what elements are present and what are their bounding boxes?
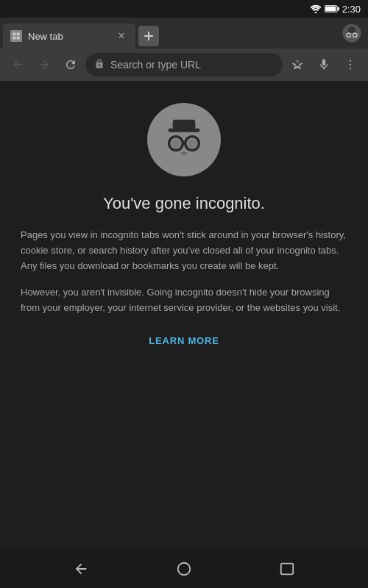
new-tab-button[interactable] bbox=[138, 26, 159, 46]
back-button[interactable] bbox=[6, 53, 29, 76]
svg-point-16 bbox=[350, 60, 351, 62]
bottom-nav bbox=[0, 550, 368, 588]
svg-rect-3 bbox=[325, 7, 336, 11]
incognito-title: You've gone incognito. bbox=[103, 194, 265, 213]
refresh-button[interactable] bbox=[59, 53, 82, 76]
svg-rect-5 bbox=[17, 33, 20, 36]
svg-point-18 bbox=[350, 68, 351, 69]
svg-point-27 bbox=[178, 563, 191, 576]
svg-rect-6 bbox=[13, 37, 16, 40]
address-bar[interactable]: Search or type URL bbox=[85, 53, 283, 76]
incognito-avatar bbox=[147, 103, 221, 176]
svg-point-26 bbox=[181, 151, 188, 155]
svg-rect-20 bbox=[173, 120, 196, 131]
system-back-button[interactable] bbox=[66, 554, 96, 584]
system-recent-button[interactable] bbox=[272, 554, 302, 584]
tab-close-button[interactable]: × bbox=[115, 29, 128, 43]
svg-rect-4 bbox=[13, 33, 16, 36]
main-content: You've gone incognito. Pages you view in… bbox=[0, 81, 368, 550]
forward-button[interactable] bbox=[32, 53, 56, 76]
address-bar-lock-icon bbox=[94, 59, 105, 71]
menu-button[interactable] bbox=[339, 53, 362, 76]
status-bar: 2:30 bbox=[0, 0, 368, 18]
bookmark-button[interactable] bbox=[286, 53, 309, 76]
svg-point-0 bbox=[314, 12, 316, 13]
incognito-desc-2: However, you aren't invisible. Going inc… bbox=[21, 285, 347, 316]
time-display: 2:30 bbox=[342, 4, 361, 15]
mic-button[interactable] bbox=[312, 53, 336, 76]
tab-title: New tab bbox=[28, 31, 109, 42]
svg-rect-28 bbox=[281, 564, 294, 575]
status-icons: 2:30 bbox=[310, 4, 361, 15]
svg-rect-25 bbox=[183, 142, 185, 144]
learn-more-button[interactable]: LEARN MORE bbox=[149, 335, 219, 346]
svg-rect-15 bbox=[351, 35, 353, 35]
address-bar-placeholder: Search or type URL bbox=[110, 59, 274, 71]
incognito-tab-icon bbox=[342, 23, 362, 46]
wifi-icon bbox=[310, 4, 322, 13]
svg-point-22 bbox=[171, 139, 180, 148]
active-tab[interactable]: New tab × bbox=[3, 24, 135, 49]
svg-rect-7 bbox=[17, 37, 20, 40]
svg-rect-9 bbox=[144, 35, 153, 37]
svg-point-17 bbox=[350, 64, 351, 65]
svg-point-24 bbox=[188, 139, 197, 148]
nav-bar: Search or type URL bbox=[0, 49, 368, 81]
system-home-button[interactable] bbox=[169, 554, 199, 584]
battery-icon bbox=[325, 4, 339, 13]
tab-bar: New tab × bbox=[0, 18, 368, 49]
incognito-desc-1: Pages you view in incognito tabs won't s… bbox=[21, 228, 347, 273]
tab-favicon bbox=[10, 30, 22, 42]
svg-rect-2 bbox=[338, 7, 339, 10]
